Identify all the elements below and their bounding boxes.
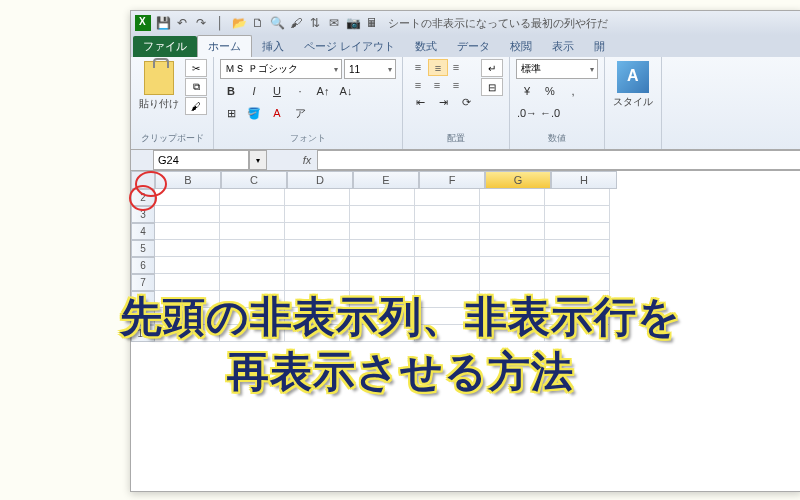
cell-E10[interactable] [350,325,415,342]
cell-C4[interactable] [220,223,285,240]
align-left-button[interactable]: ≡ [409,77,427,92]
cell-C6[interactable] [220,257,285,274]
tab-review[interactable]: 校閲 [500,36,542,57]
cell-E2[interactable] [350,189,415,206]
cell-F10[interactable] [415,325,480,342]
row-header-8[interactable]: 8 [131,291,155,308]
cell-H6[interactable] [545,257,610,274]
dec-decimal-button[interactable]: ←.0 [539,103,561,123]
font-color-button[interactable]: A [266,103,288,123]
comma-button[interactable]: , [562,81,584,101]
cell-E7[interactable] [350,274,415,291]
tab-formulas[interactable]: 数式 [405,36,447,57]
cell-E8[interactable] [350,291,415,308]
number-format-select[interactable]: 標準 [516,59,598,79]
row-header-4[interactable]: 4 [131,223,155,240]
row-header-7[interactable]: 7 [131,274,155,291]
cell-H3[interactable] [545,206,610,223]
open-icon[interactable]: 📂 [231,15,247,31]
align-center-button[interactable]: ≡ [428,77,446,92]
border-button[interactable]: ⊞ [220,103,242,123]
align-bottom-button[interactable]: ≡ [447,59,465,74]
underline-button[interactable]: U [266,81,288,101]
column-header-E[interactable]: E [353,171,419,189]
fx-icon[interactable]: fx [297,154,317,166]
cell-F6[interactable] [415,257,480,274]
row-header-9[interactable]: 9 [131,308,155,325]
cell-G9[interactable] [480,308,545,325]
camera-icon[interactable]: 📷 [345,15,361,31]
cell-B4[interactable] [155,223,220,240]
cell-F4[interactable] [415,223,480,240]
name-box-dropdown[interactable]: ▾ [249,150,267,170]
cell-G10[interactable] [480,325,545,342]
cell-B7[interactable] [155,274,220,291]
merge-button[interactable]: ⊟ [481,78,503,96]
cell-F5[interactable] [415,240,480,257]
cell-E9[interactable] [350,308,415,325]
tab-view[interactable]: 表示 [542,36,584,57]
cell-D3[interactable] [285,206,350,223]
cell-H4[interactable] [545,223,610,240]
indent-inc-button[interactable]: ⇥ [432,92,454,112]
cell-D10[interactable] [285,325,350,342]
print-preview-icon[interactable]: 🔍 [269,15,285,31]
name-box[interactable]: G24 [153,150,249,170]
undo-icon[interactable]: ↶ [174,15,190,31]
new-icon[interactable]: 🗋 [250,15,266,31]
cell-C8[interactable] [220,291,285,308]
cell-B2[interactable] [155,189,220,206]
redo-icon[interactable]: ↷ [193,15,209,31]
cell-C3[interactable] [220,206,285,223]
cell-H7[interactable] [545,274,610,291]
cell-G4[interactable] [480,223,545,240]
cell-C9[interactable] [220,308,285,325]
save-icon[interactable]: 💾 [155,15,171,31]
cell-E5[interactable] [350,240,415,257]
column-header-D[interactable]: D [287,171,353,189]
shrink-font-button[interactable]: A↓ [335,81,357,101]
tab-data[interactable]: データ [447,36,500,57]
cell-F7[interactable] [415,274,480,291]
tab-home[interactable]: ホーム [197,35,252,57]
cell-E3[interactable] [350,206,415,223]
phonetic-button[interactable]: ア [289,103,311,123]
brush-icon[interactable]: 🖌 [288,15,304,31]
font-name-select[interactable]: ＭＳ Ｐゴシック [220,59,342,79]
orientation-button[interactable]: ⟳ [455,92,477,112]
row-header-10[interactable]: 10 [131,325,155,342]
align-top-button[interactable]: ≡ [409,59,427,74]
font-size-select[interactable]: 11 [344,59,396,79]
currency-button[interactable]: ¥ [516,81,538,101]
cell-H8[interactable] [545,291,610,308]
column-header-G[interactable]: G [485,171,551,189]
column-header-C[interactable]: C [221,171,287,189]
wrap-text-button[interactable]: ↵ [481,59,503,77]
cell-H10[interactable] [545,325,610,342]
cell-B10[interactable] [155,325,220,342]
row-header-6[interactable]: 6 [131,257,155,274]
cell-H2[interactable] [545,189,610,206]
fill-color-button[interactable]: 🪣 [243,103,265,123]
sort-icon[interactable]: ⇅ [307,15,323,31]
inc-decimal-button[interactable]: .0→ [516,103,538,123]
cell-G2[interactable] [480,189,545,206]
cell-C2[interactable] [220,189,285,206]
tab-file[interactable]: ファイル [133,36,197,57]
italic-button[interactable]: I [243,81,265,101]
cell-G5[interactable] [480,240,545,257]
cell-D8[interactable] [285,291,350,308]
grow-font-button[interactable]: A↑ [312,81,334,101]
calc-icon[interactable]: 🖩 [364,15,380,31]
cell-G7[interactable] [480,274,545,291]
cell-E4[interactable] [350,223,415,240]
tab-dev[interactable]: 開 [584,36,615,57]
cell-G6[interactable] [480,257,545,274]
tab-insert[interactable]: 挿入 [252,36,294,57]
cell-C7[interactable] [220,274,285,291]
cell-D7[interactable] [285,274,350,291]
cell-E6[interactable] [350,257,415,274]
cell-D6[interactable] [285,257,350,274]
cell-H5[interactable] [545,240,610,257]
tab-page-layout[interactable]: ページ レイアウト [294,36,405,57]
